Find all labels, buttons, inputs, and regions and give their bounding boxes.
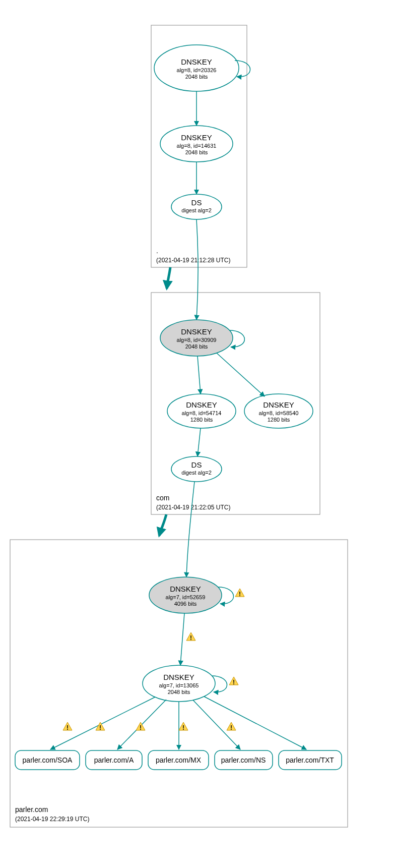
- dnssec-diagram: . (2021-04-19 21:12:28 UTC) DNSKEY alg=8…: [0, 0, 393, 868]
- edge-com-ksk-zsk: [198, 356, 201, 394]
- record-mx: parler.com/MX: [148, 750, 209, 770]
- svg-text:alg=8, id=30909: alg=8, id=30909: [177, 337, 217, 343]
- svg-text:!: !: [182, 724, 184, 731]
- svg-text:DNSKEY: DNSKEY: [181, 133, 212, 142]
- svg-text:!: !: [233, 679, 235, 686]
- svg-text:!: !: [67, 724, 69, 731]
- edge-com-to-parler-zone: [159, 514, 166, 536]
- svg-text:parler.com/A: parler.com/A: [94, 756, 134, 764]
- svg-text:2048 bits: 2048 bits: [168, 689, 190, 695]
- edge-parler-ksk-zsk: [180, 613, 184, 665]
- svg-text:!: !: [99, 724, 101, 731]
- node-root-zsk: DNSKEY alg=8, id=14631 2048 bits: [160, 126, 233, 162]
- record-soa: parler.com/SOA: [15, 750, 80, 770]
- zone-ts-parler: (2021-04-19 22:29:19 UTC): [15, 816, 89, 823]
- node-parler-ksk: DNSKEY alg=7, id=52659 4096 bits: [149, 577, 222, 613]
- svg-text:4096 bits: 4096 bits: [174, 601, 197, 607]
- warning-icon: !: [136, 722, 145, 731]
- record-ns: parler.com/NS: [215, 750, 273, 770]
- svg-text:DNSKEY: DNSKEY: [181, 57, 212, 66]
- svg-text:DNSKEY: DNSKEY: [170, 585, 201, 593]
- warning-icon: !: [96, 722, 105, 731]
- svg-text:parler.com/MX: parler.com/MX: [156, 756, 202, 764]
- svg-text:DNSKEY: DNSKEY: [186, 400, 217, 409]
- svg-text:alg=8, id=20326: alg=8, id=20326: [177, 67, 217, 73]
- warning-icon: !: [235, 589, 244, 598]
- svg-text:DNSKEY: DNSKEY: [181, 327, 212, 336]
- edge-com-zsk-ds: [198, 428, 201, 456]
- svg-text:DNSKEY: DNSKEY: [263, 400, 294, 409]
- svg-text:1280 bits: 1280 bits: [268, 417, 290, 423]
- svg-text:digest alg=2: digest alg=2: [181, 207, 212, 213]
- svg-text:alg=7, id=13065: alg=7, id=13065: [159, 682, 199, 688]
- svg-text:2048 bits: 2048 bits: [185, 149, 208, 155]
- node-com-ds: DS digest alg=2: [171, 456, 222, 482]
- svg-text:alg=8, id=54714: alg=8, id=54714: [182, 410, 222, 416]
- edge-zsk-soa: [50, 697, 155, 749]
- edge-zsk-ns: [193, 700, 240, 749]
- svg-text:!: !: [230, 724, 232, 731]
- edge-root-ds-com-ksk: [196, 219, 198, 320]
- svg-text:!: !: [239, 591, 241, 598]
- zone-label-parler: parler.com: [15, 805, 48, 814]
- svg-text:2048 bits: 2048 bits: [185, 343, 208, 350]
- node-root-ds: DS digest alg=2: [171, 194, 222, 219]
- zone-ts-root: (2021-04-19 21:12:28 UTC): [156, 257, 230, 264]
- warning-icon: !: [63, 722, 72, 731]
- edge-zsk-txt: [204, 697, 306, 749]
- svg-text:alg=8, id=14631: alg=8, id=14631: [177, 143, 217, 149]
- warning-icon: !: [186, 632, 195, 642]
- node-com-zsk: DNSKEY alg=8, id=54714 1280 bits: [167, 394, 236, 428]
- node-parler-zsk: DNSKEY alg=7, id=13065 2048 bits: [143, 665, 215, 702]
- record-txt: parler.com/TXT: [279, 750, 342, 770]
- edge-com-ds-parler-ksk: [186, 482, 194, 577]
- svg-text:!: !: [190, 634, 192, 642]
- zone-label-com: com: [156, 494, 169, 502]
- node-com-ksk: DNSKEY alg=8, id=30909 2048 bits: [160, 320, 233, 356]
- record-a: parler.com/A: [86, 750, 142, 770]
- zone-label-root: .: [156, 247, 158, 255]
- svg-text:DS: DS: [191, 460, 202, 469]
- edge-root-to-com-zone: [167, 267, 170, 288]
- svg-text:1280 bits: 1280 bits: [190, 417, 213, 423]
- svg-text:alg=7, id=52659: alg=7, id=52659: [166, 594, 206, 600]
- svg-text:parler.com/SOA: parler.com/SOA: [23, 756, 73, 764]
- svg-text:!: !: [140, 724, 142, 731]
- svg-text:DNSKEY: DNSKEY: [163, 673, 194, 681]
- svg-text:DS: DS: [191, 198, 202, 207]
- edge-com-ksk-zsk2: [217, 353, 265, 396]
- svg-text:alg=8, id=58540: alg=8, id=58540: [259, 410, 299, 416]
- svg-text:digest alg=2: digest alg=2: [181, 470, 212, 476]
- svg-text:parler.com/TXT: parler.com/TXT: [286, 756, 334, 764]
- node-com-zsk2: DNSKEY alg=8, id=58540 1280 bits: [244, 394, 313, 428]
- warning-icon: !: [229, 677, 238, 686]
- node-root-ksk: DNSKEY alg=8, id=20326 2048 bits: [154, 45, 239, 91]
- svg-text:2048 bits: 2048 bits: [185, 74, 208, 80]
- svg-text:parler.com/NS: parler.com/NS: [221, 756, 266, 764]
- warning-icon: !: [227, 722, 236, 731]
- warning-icon: !: [179, 722, 188, 731]
- zone-ts-com: (2021-04-19 21:22:05 UTC): [156, 504, 230, 511]
